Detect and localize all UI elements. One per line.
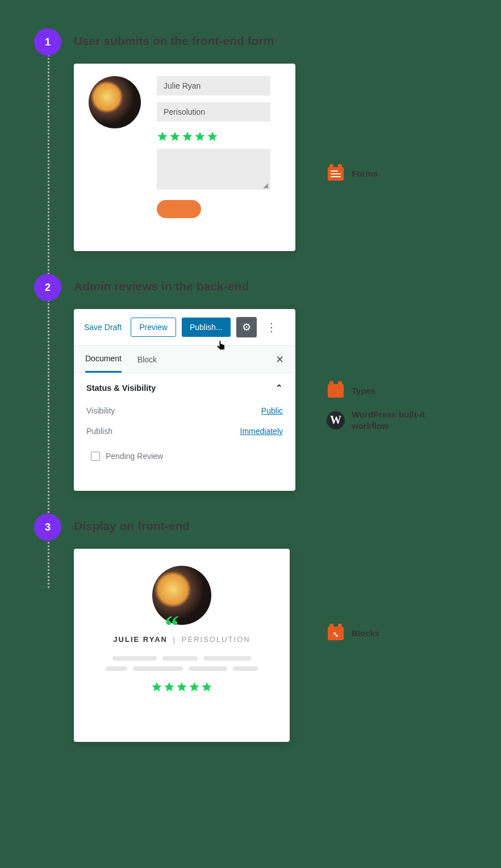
- star-icon: [151, 681, 162, 692]
- checkbox[interactable]: [91, 452, 100, 461]
- blocks-icon: ⤡: [327, 624, 345, 642]
- company-input[interactable]: Perisolution: [157, 102, 270, 122]
- tab-block[interactable]: Block: [137, 347, 157, 372]
- publish-button[interactable]: Publish...: [182, 318, 231, 337]
- author-org: PERISOLUTION: [182, 635, 250, 644]
- settings-button[interactable]: ⚙: [236, 317, 257, 337]
- kebab-icon: ⋮: [266, 321, 277, 333]
- avatar: [152, 566, 211, 625]
- panel-title: Status & Visibility: [86, 383, 156, 393]
- star-icon: [157, 131, 168, 142]
- step-title: User submits on the front-end form: [74, 34, 307, 48]
- row-label: Visibility: [86, 406, 115, 415]
- star-icon: [207, 131, 218, 142]
- avatar: [89, 76, 141, 128]
- publish-link[interactable]: Immediately: [240, 427, 283, 436]
- save-draft-link[interactable]: Save Draft: [84, 323, 122, 332]
- side-label: Forms: [352, 168, 378, 180]
- gear-icon: ⚙: [242, 321, 251, 333]
- visibility-link[interactable]: Public: [261, 406, 283, 415]
- side-label: WordPress built-it workflow: [352, 409, 454, 431]
- side-wordpress: W WordPress built-it workflow: [327, 409, 454, 431]
- rating-display: [97, 681, 267, 692]
- close-icon: ✕: [275, 354, 284, 365]
- star-icon: [201, 681, 212, 692]
- more-menu-button[interactable]: ⋮: [262, 320, 281, 334]
- star-icon: [176, 681, 187, 692]
- side-blocks: ⤡ Blocks: [327, 624, 379, 642]
- step-title: Display on front-end: [74, 519, 307, 533]
- side-types: Types: [327, 382, 454, 400]
- submit-button[interactable]: [157, 200, 201, 218]
- star-icon: [194, 131, 206, 142]
- editor-toolbar: Save Draft Preview Publish... ⚙ ⋮: [74, 309, 295, 346]
- step-number: 2: [34, 274, 61, 301]
- visibility-row: Visibility Public: [86, 400, 283, 421]
- step-title: Admin reviews in the back-end: [74, 279, 307, 293]
- resize-handle-icon[interactable]: ◢: [263, 182, 268, 189]
- pending-label: Pending Review: [106, 452, 163, 461]
- text-placeholder-row: [97, 656, 267, 661]
- star-icon: [182, 131, 193, 142]
- text-placeholder-row: [97, 666, 267, 671]
- step-3: 3 Display on front-end “ JULIE RYAN | PE…: [0, 514, 501, 742]
- row-label: Publish: [86, 427, 112, 436]
- status-panel: Status & Visibility ⌃ Visibility Public …: [74, 373, 295, 464]
- form-card: Julie Ryan Perisolution ◢: [74, 64, 295, 251]
- star-icon: [164, 681, 175, 692]
- publish-row: Publish Immediately: [86, 421, 283, 441]
- chevron-up-icon: ⌃: [275, 383, 283, 393]
- admin-card: Save Draft Preview Publish... ⚙ ⋮ Docume…: [74, 309, 295, 491]
- step-1: 1 User submits on the front-end form Jul…: [0, 28, 501, 251]
- sidebar-tabs: Document Block ✕: [74, 346, 295, 373]
- step-number: 1: [34, 28, 61, 56]
- wordpress-icon: W: [327, 411, 345, 429]
- step-2: 2 Admin reviews in the back-end Save Dra…: [0, 274, 501, 491]
- pending-review-row[interactable]: Pending Review: [86, 441, 283, 464]
- name-input[interactable]: Julie Ryan: [157, 76, 270, 95]
- side-label: Types: [352, 385, 375, 397]
- avatar-wrap: “: [152, 566, 211, 625]
- close-button[interactable]: ✕: [275, 353, 284, 366]
- star-icon: [169, 131, 181, 142]
- comment-textarea[interactable]: ◢: [157, 149, 270, 190]
- quote-icon: “: [165, 619, 177, 633]
- panel-toggle[interactable]: Status & Visibility ⌃: [86, 373, 283, 400]
- side-label: Blocks: [352, 628, 379, 639]
- side-forms: Forms: [327, 165, 378, 183]
- preview-button[interactable]: Preview: [131, 318, 176, 337]
- testimonial-card: “ JULIE RYAN | PERISOLUTION: [74, 549, 290, 742]
- cursor-pointer-icon: [215, 339, 228, 352]
- rating-input[interactable]: [157, 131, 281, 142]
- tab-document[interactable]: Document: [85, 346, 122, 373]
- author-line: JULIE RYAN | PERISOLUTION: [97, 635, 267, 644]
- forms-icon: [327, 165, 345, 183]
- star-icon: [189, 681, 200, 692]
- types-icon: [327, 382, 345, 400]
- step-number: 3: [34, 514, 61, 541]
- author-name: JULIE RYAN: [113, 635, 168, 644]
